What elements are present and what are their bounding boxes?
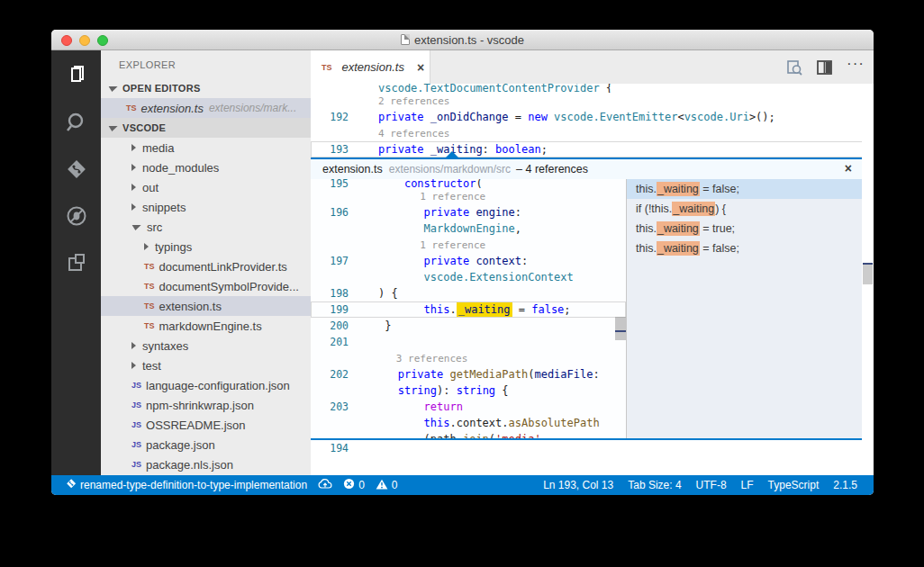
editor-scrollbar-slider[interactable] bbox=[863, 265, 873, 284]
file-path: extensions/mark... bbox=[209, 102, 296, 114]
tab-extension-ts[interactable]: TS extension.ts × bbox=[311, 50, 430, 84]
status-bar: renamed-type-definition-to-type-implemen… bbox=[51, 475, 874, 495]
window-controls bbox=[61, 35, 108, 46]
tree-item-typings[interactable]: typings bbox=[101, 237, 311, 256]
peek-scrollbar[interactable] bbox=[615, 179, 626, 438]
line-number: 200 bbox=[311, 320, 378, 332]
tree-item-node-modules[interactable]: node_modules bbox=[101, 158, 311, 177]
tree-item-snippets[interactable]: snippets bbox=[101, 197, 311, 217]
folder-section-header[interactable]: VSCODE bbox=[101, 118, 311, 138]
activity-extensions-icon[interactable] bbox=[64, 250, 89, 275]
reference-item[interactable]: this._waiting = true; bbox=[627, 219, 862, 238]
activity-explorer-icon[interactable] bbox=[64, 63, 89, 88]
tree-item-out[interactable]: out bbox=[101, 177, 311, 197]
line-content: (path.join('media' bbox=[378, 433, 541, 438]
status-label: Tab Size: 4 bbox=[628, 479, 681, 491]
js-file-icon: JS bbox=[131, 460, 141, 469]
tree-item-label: extension.ts bbox=[159, 300, 222, 313]
code-editor[interactable]: vscode.TextDocumentContentProvider {2 re… bbox=[311, 84, 874, 475]
codelens-row[interactable]: 2 references bbox=[311, 93, 874, 109]
open-preview-icon[interactable] bbox=[786, 59, 802, 76]
ts-file-icon: TS bbox=[144, 321, 155, 330]
tree-item-label: package.json bbox=[146, 438, 215, 452]
peek-code-pane[interactable]: 195 constructor( 1 reference196 private … bbox=[311, 179, 626, 438]
zoom-window-button[interactable] bbox=[97, 35, 108, 46]
status-git-branch[interactable]: renamed-type-definition-to-type-implemen… bbox=[60, 475, 313, 495]
tree-item-test[interactable]: test bbox=[101, 356, 311, 375]
tree-item-src[interactable]: src bbox=[101, 217, 311, 237]
open-editors-header[interactable]: OPEN EDITORS bbox=[101, 78, 311, 98]
line-content: constructor( bbox=[378, 179, 483, 188]
status-utf-8[interactable]: UTF-8 bbox=[689, 475, 734, 495]
split-editor-icon[interactable] bbox=[817, 60, 832, 75]
tree-item-media[interactable]: media bbox=[101, 138, 311, 158]
tab-close-icon[interactable]: × bbox=[417, 60, 424, 75]
tree-item-package-nls-json[interactable]: JSpackage.nls.json bbox=[101, 454, 311, 474]
status-ln-193-col-13[interactable]: Ln 193, Col 13 bbox=[536, 475, 621, 495]
line-content: ) { bbox=[378, 287, 398, 300]
tree-item-npm-shrinkwrap-json[interactable]: JSnpm-shrinkwrap.json bbox=[101, 395, 311, 415]
status-lf[interactable]: LF bbox=[734, 475, 761, 495]
tree-item-documentsymbolprovide-[interactable]: TSdocumentSymbolProvide... bbox=[101, 276, 311, 296]
title-bar[interactable]: extension.ts - vscode bbox=[51, 30, 874, 50]
window-title: extension.ts - vscode bbox=[401, 33, 524, 47]
js-file-icon: JS bbox=[131, 400, 141, 410]
tree-item-extension-ts[interactable]: TSextension.ts bbox=[101, 296, 311, 316]
chevron-right-icon bbox=[131, 144, 136, 151]
peek-close-icon[interactable]: × bbox=[845, 161, 852, 176]
reference-item[interactable]: this._waiting = false; bbox=[627, 179, 862, 199]
tree-item-ossreadme-json[interactable]: JSOSSREADME.json bbox=[101, 415, 311, 435]
line-content: } bbox=[378, 320, 391, 332]
editor-scrollbar[interactable] bbox=[862, 84, 874, 475]
tab-bar: TS extension.ts × ··· bbox=[311, 50, 874, 84]
status-error[interactable]: 0 bbox=[338, 475, 370, 495]
ts-file-icon: TS bbox=[144, 302, 155, 310]
line-number: 193 bbox=[311, 143, 378, 156]
ts-file-icon: TS bbox=[126, 104, 137, 112]
tree-item-language-configuration-json[interactable]: JSlanguage-configuration.json bbox=[101, 375, 311, 395]
reference-item[interactable]: if (!this._waiting) { bbox=[627, 199, 862, 219]
sidebar-title: EXPLORER bbox=[101, 50, 311, 78]
code-line: 197 private context: bbox=[311, 253, 626, 269]
more-actions-icon[interactable]: ··· bbox=[847, 59, 865, 68]
ts-file-icon: TS bbox=[322, 63, 332, 72]
line-number: 198 bbox=[311, 287, 378, 300]
open-editor-item[interactable]: TSextension.tsextensions/mark... bbox=[101, 98, 311, 118]
chevron-down-icon bbox=[131, 225, 140, 230]
close-window-button[interactable] bbox=[61, 35, 72, 46]
status-label: LF bbox=[741, 479, 754, 491]
tree-item-package-json[interactable]: JSpackage.json bbox=[101, 435, 311, 454]
status-2-1-5[interactable]: 2.1.5 bbox=[826, 475, 865, 495]
status-cloud-upload[interactable] bbox=[313, 475, 338, 495]
code-line: 195 constructor( bbox=[311, 179, 626, 188]
codelens-row[interactable]: 1 reference bbox=[311, 188, 626, 204]
line-content: 1 reference bbox=[378, 239, 485, 251]
line-content: vscode.ExtensionContext bbox=[378, 271, 574, 284]
code-line: 202 private getMediaPath(mediaFile: bbox=[311, 366, 626, 382]
tree-item-label: test bbox=[142, 359, 161, 373]
tree-item-markdownengine-ts[interactable]: TSmarkdownEngine.ts bbox=[101, 316, 311, 336]
status-label: Ln 193, Col 13 bbox=[543, 479, 613, 491]
activity-debug-icon[interactable] bbox=[64, 203, 89, 229]
explorer-sidebar: EXPLORER OPEN EDITORS TSextension.tsexte… bbox=[101, 50, 311, 475]
status-warning[interactable]: 0 bbox=[370, 475, 403, 495]
code-line: string): string { bbox=[311, 382, 626, 399]
activity-source-control-icon[interactable] bbox=[64, 157, 89, 182]
peek-scrollbar-slider[interactable] bbox=[615, 317, 626, 340]
line-content: 3 references bbox=[378, 353, 467, 364]
reference-item[interactable]: this._waiting = false; bbox=[627, 238, 862, 258]
tree-item-syntaxes[interactable]: syntaxes bbox=[101, 336, 311, 356]
code-line: 203 return bbox=[311, 399, 626, 415]
error-icon bbox=[343, 478, 355, 492]
tree-item-documentlinkprovider-ts[interactable]: TSdocumentLinkProvider.ts bbox=[101, 256, 311, 276]
line-content: 4 references bbox=[378, 128, 449, 140]
codelens-row[interactable]: 4 references bbox=[311, 125, 874, 141]
activity-search-icon[interactable] bbox=[64, 110, 89, 135]
status-tab-size-4[interactable]: Tab Size: 4 bbox=[621, 475, 688, 495]
peek-file-name: extension.ts bbox=[322, 163, 383, 176]
status-label: renamed-type-definition-to-type-implemen… bbox=[80, 479, 307, 491]
codelens-row[interactable]: 3 references bbox=[311, 350, 626, 366]
status-typescript[interactable]: TypeScript bbox=[761, 475, 827, 495]
minimize-window-button[interactable] bbox=[79, 35, 90, 46]
codelens-row[interactable]: 1 reference bbox=[311, 237, 626, 253]
